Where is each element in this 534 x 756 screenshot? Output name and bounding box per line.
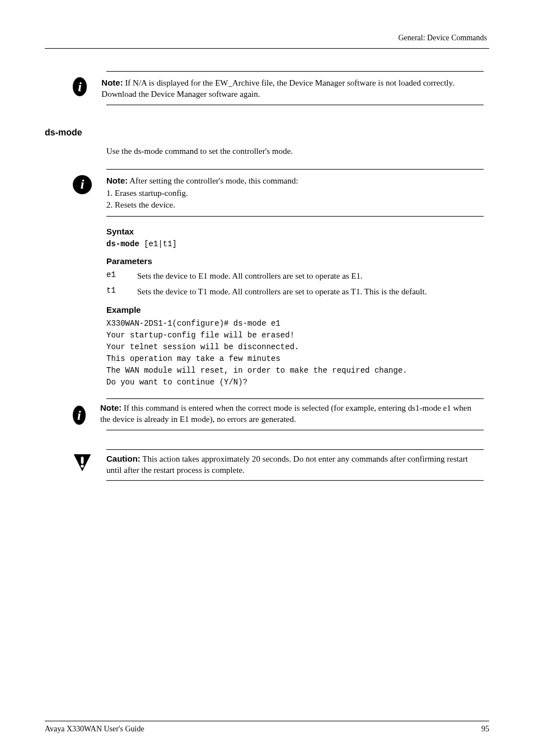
note2-label: Note:: [106, 176, 128, 185]
param-key-e1: e1: [106, 270, 137, 281]
note3-row: i Note: If this command is entered when …: [73, 402, 484, 425]
note1-label: Note:: [101, 78, 123, 87]
syntax-head: Syntax: [106, 227, 484, 236]
footer-page-number: 95: [481, 725, 489, 734]
note2-body: After setting the controller's mode, thi…: [128, 176, 298, 185]
info-icon: i: [73, 406, 86, 425]
caution-bottom-rule: [106, 480, 484, 481]
note1-row: i Note: If N/A is displayed for the EW_A…: [73, 77, 484, 100]
note2-text: Note: After setting the controller's mod…: [106, 175, 298, 212]
param-row-e1: e1 Sets the device to E1 mode. All contr…: [106, 270, 484, 281]
example-code: X330WAN-2DS1-1(configure)# ds-mode e1 Yo…: [106, 318, 484, 388]
parameters-head: Parameters: [106, 256, 484, 266]
section-intro: Use the ds-mode command to set the contr…: [106, 145, 484, 157]
section-title-dsmode: ds-mode: [45, 128, 489, 138]
footer-divider: [45, 721, 489, 721]
note3-bottom-rule: [106, 430, 484, 430]
note1-body: If N/A is displayed for the EW_Archive f…: [101, 78, 454, 98]
caution-text: Caution: This action takes approximately…: [106, 453, 484, 476]
caution-row: Caution: This action takes approximately…: [73, 453, 484, 476]
syntax-code: ds-mode [e1|t1]: [106, 240, 484, 248]
note2-li2: 2. Resets the device.: [106, 199, 298, 210]
info-icon: i: [73, 175, 92, 194]
param-key-t1: t1: [106, 286, 137, 297]
note3-text: Note: If this command is entered when th…: [100, 402, 484, 425]
syntax-code-rest: [e1|t1]: [139, 240, 177, 248]
note2-bottom-rule: [106, 216, 484, 217]
page-footer: Avaya X330WAN User's Guide 95: [45, 721, 489, 734]
svg-rect-1: [81, 457, 84, 464]
caution-icon: [73, 453, 92, 472]
note1-bottom-rule: [106, 105, 484, 105]
note2-row: i Note: After setting the controller's m…: [73, 175, 484, 212]
caution-top-rule: [106, 449, 484, 450]
note2-top-rule: [106, 169, 484, 170]
example-head: Example: [106, 305, 484, 314]
header-breadcrumb: General: Device Commands: [45, 34, 489, 43]
note3-body: If this command is entered when the corr…: [100, 403, 471, 424]
caution-label: Caution:: [106, 454, 140, 463]
note2-li1: 1. Erases startup-config.: [106, 187, 298, 199]
header-divider: [45, 48, 489, 49]
info-icon: i: [73, 77, 87, 96]
param-row-t1: t1 Sets the device to T1 mode. All contr…: [106, 286, 484, 297]
caution-body: This action takes approximately 20 secon…: [106, 454, 468, 475]
note3-label: Note:: [100, 403, 121, 412]
note1-top-rule: [106, 71, 484, 72]
syntax-code-bold: ds-mode: [106, 240, 139, 248]
footer-left: Avaya X330WAN User's Guide: [45, 725, 144, 734]
note3-top-rule: [106, 398, 484, 399]
svg-point-2: [81, 464, 83, 467]
param-val-e1: Sets the device to E1 mode. All controll…: [137, 270, 363, 281]
param-val-t1: Sets the device to T1 mode. All controll…: [137, 286, 427, 297]
note1-text: Note: If N/A is displayed for the EW_Arc…: [101, 77, 484, 100]
